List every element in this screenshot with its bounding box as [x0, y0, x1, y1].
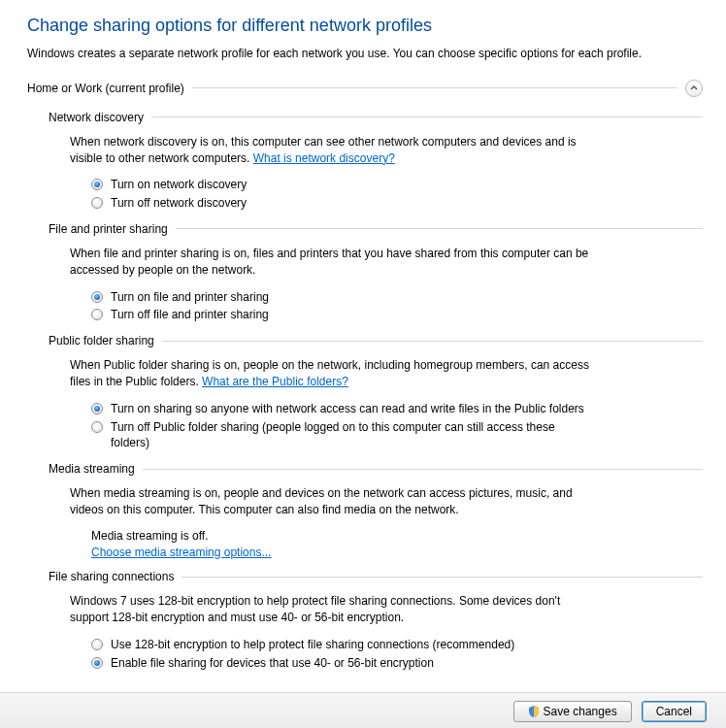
media-status: Media streaming is off.: [91, 528, 594, 545]
profile-header[interactable]: Home or Work (current profile): [27, 76, 703, 101]
section-description: Windows 7 uses 128-bit encryption to hel…: [70, 593, 594, 626]
radio-fileprinter-off[interactable]: Turn off file and printer sharing: [91, 306, 594, 324]
section-description: When Public folder sharing is on, people…: [70, 357, 594, 390]
section-description: When file and printer sharing is on, fil…: [70, 246, 594, 279]
section-file-printer-sharing: File and printer sharing When file and p…: [49, 222, 703, 324]
radio-publicfolder-on[interactable]: Turn on sharing so anyone with network a…: [91, 400, 594, 418]
radio-icon: [91, 291, 103, 303]
page-title: Change sharing options for different net…: [27, 16, 703, 36]
radio-label: Turn off Public folder sharing (people l…: [111, 419, 586, 452]
public-folders-help-link[interactable]: What are the Public folders?: [202, 375, 348, 388]
radio-label: Turn off file and printer sharing: [111, 307, 269, 323]
divider: [162, 341, 703, 342]
button-label: Cancel: [656, 705, 692, 718]
divider: [176, 228, 703, 229]
radio-fileprinter-on[interactable]: Turn on file and printer sharing: [91, 288, 594, 307]
radio-icon: [91, 197, 103, 209]
radio-encryption-128[interactable]: Use 128-bit encryption to help protect f…: [91, 636, 594, 654]
section-title: Network discovery: [49, 111, 144, 124]
cancel-button[interactable]: Cancel: [642, 701, 707, 722]
divider: [151, 116, 703, 117]
divider: [192, 87, 677, 88]
shield-icon: [528, 706, 540, 717]
radio-publicfolder-off[interactable]: Turn off Public folder sharing (people l…: [91, 418, 594, 453]
divider: [143, 469, 703, 470]
radio-label: Turn off network discovery: [111, 195, 247, 212]
radio-discovery-on[interactable]: Turn on network discovery: [91, 176, 594, 194]
media-options-link[interactable]: Choose media streaming options...: [91, 546, 271, 559]
radio-icon: [91, 421, 103, 433]
section-media-streaming: Media streaming When media streaming is …: [49, 462, 703, 560]
radio-icon: [91, 639, 103, 650]
section-network-discovery: Network discovery When network discovery…: [49, 111, 703, 213]
radio-encryption-4056[interactable]: Enable file sharing for devices that use…: [91, 654, 594, 673]
section-title: File and printer sharing: [49, 222, 168, 236]
section-description: When network discovery is on, this compu…: [70, 134, 594, 167]
button-label: Save changes: [544, 705, 617, 718]
radio-label: Turn on network discovery: [111, 177, 247, 193]
chevron-up-icon[interactable]: [685, 80, 703, 97]
radio-label: Use 128-bit encryption to help protect f…: [111, 637, 514, 653]
radio-icon: [91, 309, 103, 320]
section-title: Public folder sharing: [49, 334, 154, 347]
footer-bar: Save changes Cancel: [0, 692, 726, 728]
section-description: When media streaming is on, people and d…: [70, 485, 594, 518]
radio-icon: [91, 403, 103, 414]
save-button[interactable]: Save changes: [513, 701, 632, 722]
radio-discovery-off[interactable]: Turn off network discovery: [91, 194, 594, 213]
radio-label: Turn on file and printer sharing: [111, 289, 269, 306]
radio-label: Enable file sharing for devices that use…: [111, 655, 434, 672]
divider: [182, 577, 703, 578]
network-discovery-help-link[interactable]: What is network discovery?: [253, 151, 395, 165]
radio-icon: [91, 657, 103, 669]
radio-icon: [91, 179, 103, 190]
radio-label: Turn on sharing so anyone with network a…: [111, 401, 584, 417]
section-title: File sharing connections: [49, 570, 174, 583]
section-title: Media streaming: [49, 462, 135, 476]
page-description: Windows creates a separate network profi…: [27, 46, 703, 62]
profile-name: Home or Work (current profile): [27, 82, 184, 95]
section-public-folder-sharing: Public folder sharing When Public folder…: [49, 334, 703, 452]
section-file-sharing-connections: File sharing connections Windows 7 uses …: [49, 570, 703, 672]
